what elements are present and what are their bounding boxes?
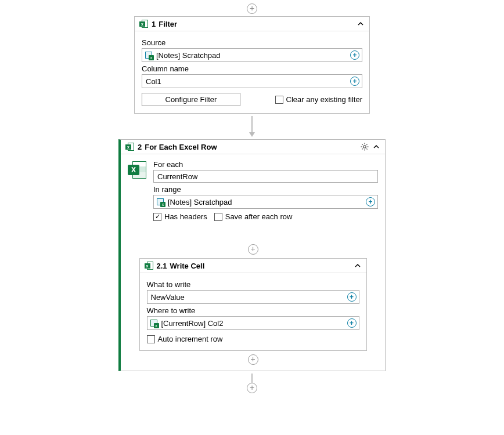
activity-index: 1 (152, 20, 156, 28)
save-after-row-label: Save after each row (225, 212, 293, 221)
chevron-up-icon[interactable] (372, 143, 380, 151)
inrange-label: In range (153, 185, 378, 194)
checkbox-icon (275, 96, 283, 104)
has-headers-label: Has headers (164, 212, 207, 221)
activity-index: 2.1 (157, 262, 167, 270)
add-activity-inner-top[interactable] (248, 244, 258, 255)
activity-header[interactable]: x 1 Filter (135, 17, 369, 31)
activity-title: Write Cell (170, 262, 205, 270)
source-field[interactable]: x [Notes] Scratchpad (142, 48, 362, 62)
activity-index: 2 (138, 143, 142, 151)
column-add-icon[interactable] (350, 77, 359, 86)
activity-header[interactable]: x 2.1 Write Cell (140, 259, 366, 273)
activity-title: For Each Excel Row (145, 143, 217, 151)
checkbox-icon (147, 335, 155, 343)
what-value: NewValue (150, 293, 347, 302)
excel-large-icon: X (128, 160, 147, 180)
column-value: Col1 (145, 77, 350, 86)
auto-increment-label: Auto increment row (158, 335, 223, 343)
what-field[interactable]: NewValue (147, 290, 359, 304)
activity-filter: x 1 Filter Source x [Notes] Scratchpad C… (134, 16, 370, 114)
save-after-row-checkbox[interactable]: Save after each row (214, 212, 293, 221)
checkbox-icon (214, 213, 222, 221)
configure-filter-button[interactable]: Configure Filter (142, 93, 240, 106)
add-activity-bottom[interactable] (247, 383, 257, 393)
checkbox-icon (153, 213, 161, 221)
auto-increment-checkbox[interactable]: Auto increment row (147, 335, 359, 343)
inrange-add-icon[interactable] (366, 197, 375, 206)
source-value: [Notes] Scratchpad (155, 51, 350, 60)
where-value: [CurrentRow] Col2 (160, 319, 347, 328)
activity-header[interactable]: x 2 For Each Excel Row (121, 140, 385, 154)
clear-filter-checkbox[interactable]: Clear any existing filter (275, 95, 363, 104)
cell-icon: x (150, 319, 158, 327)
activity-title: Filter (159, 20, 177, 28)
svg-line-8 (362, 148, 362, 149)
column-field[interactable]: Col1 (142, 74, 362, 88)
column-label: Column name (142, 64, 362, 73)
where-field[interactable]: x [CurrentRow] Col2 (147, 316, 359, 330)
add-activity-top[interactable] (247, 3, 257, 14)
chevron-up-icon[interactable] (357, 20, 365, 28)
svg-line-6 (366, 148, 367, 149)
source-add-icon[interactable] (350, 50, 359, 60)
where-add-icon[interactable] (347, 318, 357, 328)
inrange-field[interactable]: x [Notes] Scratchpad (153, 195, 378, 209)
range-icon: x (156, 198, 164, 206)
range-icon: x (145, 51, 153, 59)
add-activity-inner-bottom[interactable] (248, 354, 258, 365)
foreach-label: For each (153, 160, 378, 169)
gear-icon[interactable] (360, 142, 369, 151)
what-label: What to write (147, 280, 359, 289)
clear-filter-label: Clear any existing filter (286, 95, 363, 104)
source-label: Source (142, 38, 362, 47)
svg-point-0 (363, 146, 366, 148)
foreach-input[interactable] (153, 170, 378, 183)
where-label: Where to write (147, 306, 359, 315)
chevron-up-icon[interactable] (354, 262, 362, 270)
what-add-icon[interactable] (347, 292, 357, 302)
svg-line-5 (362, 144, 362, 144)
excel-icon: x (145, 261, 154, 270)
excel-icon: x (125, 142, 135, 151)
connector-line (251, 374, 253, 383)
has-headers-checkbox[interactable]: Has headers (153, 212, 207, 221)
activity-for-each-excel-row: x 2 For Each Excel Row X For each In ran… (118, 139, 386, 371)
svg-line-7 (366, 144, 367, 144)
connector-arrow (0, 116, 504, 137)
excel-icon: x (139, 19, 149, 28)
activity-write-cell: x 2.1 Write Cell What to write NewValue (139, 258, 367, 351)
inrange-value: [Notes] Scratchpad (167, 198, 366, 206)
